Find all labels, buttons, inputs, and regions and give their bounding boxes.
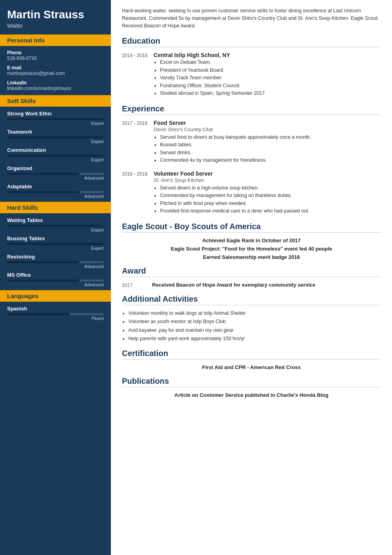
activity-item: Help parents with yard work approximatel… [128,335,381,343]
skill-level-label: Advanced [7,176,104,180]
activities-list: Volunteer monthly to walk dogs at Islip … [122,310,381,343]
exp-bullet: Provided first-response medical care to … [160,208,381,215]
skill-level-label: Advanced [7,282,104,287]
skill-bar-fill [7,191,80,193]
skill-item: MS OfficeAdvanced [7,272,104,287]
skill-bar-track [7,191,104,193]
skill-name: Waiting Tables [7,217,104,223]
pub-heading: Publications [122,377,381,387]
job-title: Waiter [7,23,104,29]
skill-bar-fill [7,136,104,138]
experience-heading: Experience [122,104,381,115]
skill-item: OrganizedAdvanced [7,165,104,180]
skill-name: MS Office [7,272,104,278]
email-value: martinqstrauss@gmail.com [7,71,104,76]
skill-bar-track [7,136,104,138]
skill-bar-fill [7,243,104,245]
skill-bar-track [7,313,104,315]
skill-name: Spanish [7,306,104,312]
skill-bar-fill [7,261,80,263]
education-section: 2014 - 2018Central Islip High School, NY… [122,52,381,98]
skill-name: Communication [7,147,104,153]
skill-name: Restocking [7,254,104,260]
exp-bullet: Served diners in a high-volume soup kitc… [160,185,381,192]
skill-name: Teamwork [7,129,104,135]
soft-skills-heading: Soft Skills [0,95,111,107]
skill-item: AdaptableAdvanced [7,184,104,199]
skill-bar-track [7,261,104,263]
skill-level-label: Expert [7,246,104,251]
skill-item: Bussing TablesExpert [7,235,104,251]
resume-wrapper: Martin Strauss Waiter Personal Info Phon… [0,0,392,555]
exp-detail: Volunteer Food ServerSt. Ann's Soup Kitc… [154,170,381,216]
exp-bullet: Commended by management for taking on th… [160,192,381,199]
activity-item: Volunteer as youth mentor at Islip Boys … [128,318,381,325]
skill-bar-track [7,118,104,120]
education-heading: Education [122,36,381,47]
exp-bullet: Bussed tables. [160,142,381,149]
exp-title: Volunteer Food Server [154,170,381,177]
main-content: Hard-working waiter, seeking to use prov… [111,0,392,555]
skill-level-label: Expert [7,139,104,144]
eagle-heading: Eagle Scout - Boy Scouts of America [122,222,381,233]
skill-item: Waiting TablesExpert [7,217,104,232]
award-heading: Award [122,266,381,277]
personal-info-heading: Personal Info [0,34,111,46]
hard-skills-heading: Hard Skills [0,202,111,213]
skill-bar-track [7,155,104,157]
skill-name: Strong Work Ethic [7,111,104,117]
skill-bar-fill [7,173,80,175]
skill-bar-fill [7,279,80,281]
eagle-item: Achieved Eagle Rank in October of 2017 [122,237,381,243]
skill-item: CommunicationExpert [7,147,104,162]
exp-bullet: Commended 4x by management for friendlin… [160,157,381,164]
skill-bar-fill [7,155,104,157]
exp-org: St. Ann's Soup Kitchen [154,178,381,183]
skill-name: Bussing Tables [7,235,104,241]
skill-bar-track [7,279,104,281]
skill-bar-fill [7,118,104,120]
edu-bullet: Studied abroad in Spain, Spring Semester… [160,90,381,97]
skill-bar-track [7,225,104,227]
exp-detail: Food ServerDevin Shiro's Country ClubSer… [154,120,381,165]
award-year: 2017 [122,282,146,288]
activities-heading: Additional Activities [122,295,381,305]
summary-text: Hard-working waiter, seeking to use prov… [122,7,381,29]
sidebar-header: Martin Strauss Waiter [0,0,111,34]
soft-skills-section: Strong Work EthicExpertTeamworkExpertCom… [0,107,111,199]
experience-row: 2016 - 2018Volunteer Food ServerSt. Ann'… [122,170,381,216]
phone-item: Phone 516-849-0716 [7,50,104,61]
edu-school: Central Islip High School, NY [154,52,381,58]
eagle-item: Earned Salesmanship merit badge 2016 [122,254,381,260]
email-item: E-mail martinqstrauss@gmail.com [7,65,104,76]
exp-title: Food Server [154,120,381,126]
languages-section: SpanishFluent [0,302,111,321]
skill-level-label: Advanced [7,264,104,269]
skill-level-label: Expert [7,228,104,232]
experience-row: 2017 - 2018Food ServerDevin Shiro's Coun… [122,120,381,165]
skill-level-label: Fluent [7,316,104,321]
skill-bar-track [7,173,104,175]
exp-org: Devin Shiro's Country Club [154,127,381,132]
award-section: 2017Received Beacon of Hope Award for ex… [122,282,381,288]
hard-skills-section: Waiting TablesExpertBussing TablesExpert… [0,213,111,287]
edu-bullet: Varsity Track Team member. [160,75,381,82]
linkedin-value: linkedin.com/in/martinqstrauss [7,86,104,91]
personal-info-section: Phone 516-849-0716 E-mail martinqstrauss… [0,46,111,91]
linkedin-label: LinkedIn [7,80,104,86]
edu-detail: Central Islip High School, NYExcel on De… [154,52,381,98]
edu-bullet: Fundraising Officer, Student Council. [160,82,381,90]
skill-name: Organized [7,165,104,171]
skill-name: Adaptable [7,184,104,189]
eagle-section: Achieved Eagle Rank in October of 2017Ea… [122,237,381,260]
activity-item: Volunteer monthly to walk dogs at Islip … [128,310,381,317]
email-label: E-mail [7,65,104,71]
exp-dates: 2016 - 2018 [122,170,147,216]
exp-bullet: Served food to diners at busy banquets a… [160,134,381,141]
skill-item: Strong Work EthicExpert [7,111,104,126]
award-row: 2017Received Beacon of Hope Award for ex… [122,282,381,288]
cert-heading: Certification [122,349,381,360]
phone-label: Phone [7,50,104,56]
phone-value: 516-849-0716 [7,56,104,61]
skill-bar-fill [7,313,70,315]
